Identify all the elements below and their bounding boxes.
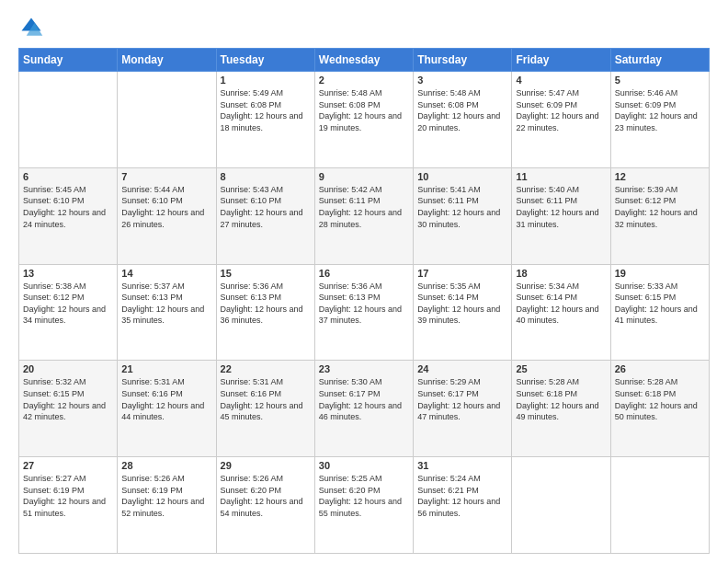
calendar-cell: 5Sunrise: 5:46 AM Sunset: 6:09 PM Daylig… bbox=[610, 72, 709, 168]
calendar-cell: 20Sunrise: 5:32 AM Sunset: 6:15 PM Dayli… bbox=[19, 361, 118, 457]
calendar-cell: 9Sunrise: 5:42 AM Sunset: 6:11 PM Daylig… bbox=[314, 167, 413, 264]
week-row-3: 20Sunrise: 5:32 AM Sunset: 6:15 PM Dayli… bbox=[19, 361, 710, 457]
day-info: Sunrise: 5:39 AM Sunset: 6:12 PM Dayligh… bbox=[615, 184, 705, 230]
day-info: Sunrise: 5:38 AM Sunset: 6:12 PM Dayligh… bbox=[23, 281, 113, 327]
calendar-cell: 24Sunrise: 5:29 AM Sunset: 6:17 PM Dayli… bbox=[414, 361, 512, 457]
day-info: Sunrise: 5:43 AM Sunset: 6:10 PM Dayligh… bbox=[221, 184, 311, 230]
day-number: 23 bbox=[319, 363, 409, 374]
day-info: Sunrise: 5:40 AM Sunset: 6:11 PM Dayligh… bbox=[516, 184, 606, 230]
day-number: 22 bbox=[221, 363, 311, 374]
calendar-cell: 14Sunrise: 5:37 AM Sunset: 6:13 PM Dayli… bbox=[118, 264, 216, 361]
calendar-cell: 25Sunrise: 5:28 AM Sunset: 6:18 PM Dayli… bbox=[512, 361, 610, 457]
calendar-cell: 8Sunrise: 5:43 AM Sunset: 6:10 PM Daylig… bbox=[216, 167, 314, 264]
day-info: Sunrise: 5:26 AM Sunset: 6:19 PM Dayligh… bbox=[121, 473, 211, 519]
day-number: 14 bbox=[121, 268, 211, 279]
day-number: 25 bbox=[516, 363, 606, 374]
day-info: Sunrise: 5:41 AM Sunset: 6:11 PM Dayligh… bbox=[417, 184, 507, 230]
calendar-cell: 26Sunrise: 5:28 AM Sunset: 6:18 PM Dayli… bbox=[610, 361, 709, 457]
calendar-cell: 16Sunrise: 5:36 AM Sunset: 6:13 PM Dayli… bbox=[314, 264, 413, 361]
day-info: Sunrise: 5:33 AM Sunset: 6:15 PM Dayligh… bbox=[615, 281, 705, 327]
day-number: 28 bbox=[121, 460, 211, 471]
day-header-tuesday: Tuesday bbox=[216, 49, 314, 72]
calendar-cell: 30Sunrise: 5:25 AM Sunset: 6:20 PM Dayli… bbox=[314, 457, 413, 554]
day-number: 18 bbox=[516, 268, 606, 279]
calendar-cell: 3Sunrise: 5:48 AM Sunset: 6:08 PM Daylig… bbox=[414, 72, 512, 168]
day-number: 6 bbox=[23, 171, 113, 182]
calendar-cell: 2Sunrise: 5:48 AM Sunset: 6:08 PM Daylig… bbox=[314, 72, 413, 168]
day-number: 20 bbox=[23, 363, 113, 374]
day-info: Sunrise: 5:47 AM Sunset: 6:09 PM Dayligh… bbox=[516, 87, 606, 133]
day-number: 31 bbox=[417, 460, 507, 471]
day-number: 7 bbox=[121, 171, 211, 182]
week-row-0: 1Sunrise: 5:49 AM Sunset: 6:08 PM Daylig… bbox=[19, 72, 710, 168]
day-header-saturday: Saturday bbox=[610, 49, 709, 72]
day-info: Sunrise: 5:29 AM Sunset: 6:17 PM Dayligh… bbox=[417, 376, 507, 422]
day-info: Sunrise: 5:48 AM Sunset: 6:08 PM Dayligh… bbox=[417, 87, 507, 133]
day-info: Sunrise: 5:25 AM Sunset: 6:20 PM Dayligh… bbox=[319, 473, 409, 519]
calendar-cell: 18Sunrise: 5:34 AM Sunset: 6:14 PM Dayli… bbox=[512, 264, 610, 361]
header bbox=[18, 15, 710, 40]
calendar-cell: 31Sunrise: 5:24 AM Sunset: 6:21 PM Dayli… bbox=[414, 457, 512, 554]
calendar-cell: 21Sunrise: 5:31 AM Sunset: 6:16 PM Dayli… bbox=[118, 361, 216, 457]
day-header-wednesday: Wednesday bbox=[314, 49, 413, 72]
day-number: 24 bbox=[417, 363, 507, 374]
calendar-cell: 11Sunrise: 5:40 AM Sunset: 6:11 PM Dayli… bbox=[512, 167, 610, 264]
day-number: 1 bbox=[221, 75, 311, 86]
day-info: Sunrise: 5:32 AM Sunset: 6:15 PM Dayligh… bbox=[23, 376, 113, 422]
day-number: 8 bbox=[221, 171, 311, 182]
week-row-1: 6Sunrise: 5:45 AM Sunset: 6:10 PM Daylig… bbox=[19, 167, 710, 264]
day-number: 9 bbox=[319, 171, 409, 182]
day-number: 27 bbox=[23, 460, 113, 471]
calendar-cell: 29Sunrise: 5:26 AM Sunset: 6:20 PM Dayli… bbox=[216, 457, 314, 554]
calendar-cell: 27Sunrise: 5:27 AM Sunset: 6:19 PM Dayli… bbox=[19, 457, 118, 554]
day-number: 11 bbox=[516, 171, 606, 182]
day-number: 30 bbox=[319, 460, 409, 471]
calendar-cell: 4Sunrise: 5:47 AM Sunset: 6:09 PM Daylig… bbox=[512, 72, 610, 168]
day-header-sunday: Sunday bbox=[19, 49, 118, 72]
day-number: 29 bbox=[221, 460, 311, 471]
calendar-cell bbox=[19, 72, 118, 168]
day-number: 19 bbox=[615, 268, 705, 279]
day-info: Sunrise: 5:44 AM Sunset: 6:10 PM Dayligh… bbox=[121, 184, 211, 230]
logo-icon bbox=[18, 15, 44, 40]
week-row-4: 27Sunrise: 5:27 AM Sunset: 6:19 PM Dayli… bbox=[19, 457, 710, 554]
calendar-cell bbox=[610, 457, 709, 554]
day-info: Sunrise: 5:24 AM Sunset: 6:21 PM Dayligh… bbox=[417, 473, 507, 519]
calendar-header-row: SundayMondayTuesdayWednesdayThursdayFrid… bbox=[19, 49, 710, 72]
day-header-thursday: Thursday bbox=[414, 49, 512, 72]
day-info: Sunrise: 5:30 AM Sunset: 6:17 PM Dayligh… bbox=[319, 376, 409, 422]
day-number: 2 bbox=[319, 75, 409, 86]
calendar-table: SundayMondayTuesdayWednesdayThursdayFrid… bbox=[18, 48, 710, 554]
day-info: Sunrise: 5:28 AM Sunset: 6:18 PM Dayligh… bbox=[516, 376, 606, 422]
day-number: 3 bbox=[417, 75, 507, 86]
day-info: Sunrise: 5:36 AM Sunset: 6:13 PM Dayligh… bbox=[221, 281, 311, 327]
day-info: Sunrise: 5:26 AM Sunset: 6:20 PM Dayligh… bbox=[221, 473, 311, 519]
day-number: 26 bbox=[615, 363, 705, 374]
day-info: Sunrise: 5:31 AM Sunset: 6:16 PM Dayligh… bbox=[121, 376, 211, 422]
day-info: Sunrise: 5:27 AM Sunset: 6:19 PM Dayligh… bbox=[23, 473, 113, 519]
calendar-cell: 12Sunrise: 5:39 AM Sunset: 6:12 PM Dayli… bbox=[610, 167, 709, 264]
day-info: Sunrise: 5:37 AM Sunset: 6:13 PM Dayligh… bbox=[121, 281, 211, 327]
day-number: 21 bbox=[121, 363, 211, 374]
day-info: Sunrise: 5:49 AM Sunset: 6:08 PM Dayligh… bbox=[221, 87, 311, 133]
day-header-monday: Monday bbox=[118, 49, 216, 72]
day-info: Sunrise: 5:35 AM Sunset: 6:14 PM Dayligh… bbox=[417, 281, 507, 327]
calendar-cell: 17Sunrise: 5:35 AM Sunset: 6:14 PM Dayli… bbox=[414, 264, 512, 361]
calendar-cell: 19Sunrise: 5:33 AM Sunset: 6:15 PM Dayli… bbox=[610, 264, 709, 361]
day-info: Sunrise: 5:46 AM Sunset: 6:09 PM Dayligh… bbox=[615, 87, 705, 133]
day-number: 5 bbox=[615, 75, 705, 86]
day-number: 12 bbox=[615, 171, 705, 182]
calendar-cell: 10Sunrise: 5:41 AM Sunset: 6:11 PM Dayli… bbox=[414, 167, 512, 264]
calendar-cell: 7Sunrise: 5:44 AM Sunset: 6:10 PM Daylig… bbox=[118, 167, 216, 264]
day-header-friday: Friday bbox=[512, 49, 610, 72]
day-info: Sunrise: 5:48 AM Sunset: 6:08 PM Dayligh… bbox=[319, 87, 409, 133]
calendar-cell: 1Sunrise: 5:49 AM Sunset: 6:08 PM Daylig… bbox=[216, 72, 314, 168]
day-number: 16 bbox=[319, 268, 409, 279]
day-number: 15 bbox=[221, 268, 311, 279]
day-info: Sunrise: 5:42 AM Sunset: 6:11 PM Dayligh… bbox=[319, 184, 409, 230]
calendar-cell: 15Sunrise: 5:36 AM Sunset: 6:13 PM Dayli… bbox=[216, 264, 314, 361]
day-info: Sunrise: 5:45 AM Sunset: 6:10 PM Dayligh… bbox=[23, 184, 113, 230]
calendar-cell: 23Sunrise: 5:30 AM Sunset: 6:17 PM Dayli… bbox=[314, 361, 413, 457]
week-row-2: 13Sunrise: 5:38 AM Sunset: 6:12 PM Dayli… bbox=[19, 264, 710, 361]
day-number: 10 bbox=[417, 171, 507, 182]
